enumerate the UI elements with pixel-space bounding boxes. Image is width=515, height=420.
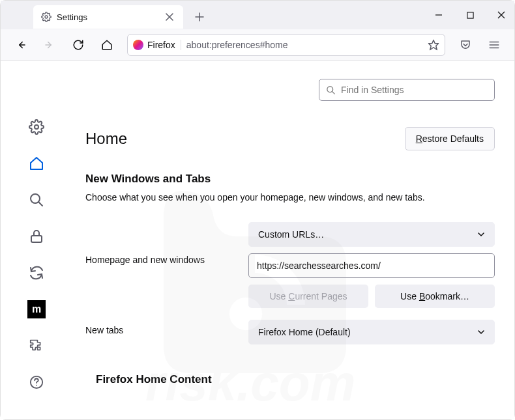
gear-icon <box>29 119 44 135</box>
pocket-button[interactable] <box>457 36 474 53</box>
url-scheme-label: Firefox <box>147 40 175 50</box>
sidebar-item-search[interactable] <box>27 191 46 209</box>
maximize-icon <box>467 12 474 19</box>
home-icon <box>101 39 113 51</box>
home-button[interactable] <box>98 36 115 53</box>
restore-text: estore Defaults <box>422 133 484 144</box>
section-description: Choose what you see when you open your h… <box>85 192 495 203</box>
dropdown-value: Firefox Home (Default) <box>258 327 351 337</box>
chevron-down-icon <box>477 231 485 238</box>
firefox-icon <box>133 40 143 50</box>
tab-title: Settings <box>57 12 87 22</box>
search-icon <box>29 192 44 208</box>
svg-rect-13 <box>31 236 42 242</box>
back-button[interactable] <box>12 36 29 53</box>
search-icon <box>326 85 336 95</box>
sidebar-item-mozilla[interactable]: m <box>27 300 46 318</box>
minimize-icon <box>435 11 443 19</box>
svg-line-12 <box>38 202 42 206</box>
section-heading-windows-tabs: New Windows and Tabs <box>85 173 495 186</box>
new-tabs-dropdown[interactable]: Firefox Home (Default) <box>248 320 495 344</box>
sidebar-item-sync[interactable] <box>27 264 46 282</box>
find-in-settings-input[interactable]: Find in Settings <box>319 79 495 101</box>
hamburger-menu-button[interactable] <box>486 36 503 53</box>
homepage-mode-dropdown[interactable]: Custom URLs… <box>248 222 495 247</box>
back-icon <box>15 39 27 51</box>
forward-button[interactable] <box>41 36 58 53</box>
hamburger-icon <box>488 39 500 51</box>
svg-marker-4 <box>429 40 439 49</box>
tab-settings[interactable]: Settings <box>33 5 183 29</box>
svg-line-17 <box>332 91 334 94</box>
home-icon <box>29 156 44 171</box>
address-bar[interactable]: Firefox about:preferences#home <box>127 34 445 56</box>
minimize-button[interactable] <box>432 8 445 21</box>
page-title: Home <box>85 130 127 148</box>
new-tabs-label: New tabs <box>85 320 248 335</box>
find-placeholder: Find in Settings <box>341 85 404 95</box>
toolbar: Firefox about:preferences#home <box>1 29 514 61</box>
homepage-label: Homepage and new windows <box>85 222 248 265</box>
reload-icon <box>72 39 84 51</box>
sync-icon <box>29 265 44 281</box>
svg-rect-1 <box>467 12 473 18</box>
star-icon[interactable] <box>428 39 439 51</box>
plus-icon <box>195 12 204 21</box>
maximize-button[interactable] <box>464 8 477 21</box>
section-heading-firefox-home-content: Firefox Home Content <box>96 373 495 386</box>
new-tab-button[interactable] <box>190 7 209 27</box>
close-icon <box>497 11 505 19</box>
sidebar-item-privacy[interactable] <box>27 227 46 245</box>
url-scheme-badge: Firefox <box>133 40 181 50</box>
close-icon <box>166 13 173 21</box>
sidebar-item-home[interactable] <box>27 154 46 173</box>
mozilla-icon: m <box>32 303 41 315</box>
sidebar-item-extensions[interactable] <box>27 337 46 355</box>
use-bookmark-button[interactable]: Use Bookmark… <box>375 285 495 308</box>
svg-point-10 <box>35 125 38 129</box>
url-text: about:preferences#home <box>186 40 288 50</box>
pocket-icon <box>460 39 471 51</box>
svg-point-0 <box>45 16 48 18</box>
restore-defaults-button[interactable]: Restore Defaults <box>405 127 495 150</box>
dropdown-value: Custom URLs… <box>258 229 324 240</box>
help-icon <box>29 375 44 389</box>
tab-strip: Settings <box>1 1 514 29</box>
close-window-button[interactable] <box>495 8 508 21</box>
forward-icon <box>44 39 55 51</box>
lock-icon <box>29 229 44 244</box>
use-current-pages-button[interactable]: Use Current Pages <box>248 285 368 308</box>
extension-icon <box>29 339 44 353</box>
sidebar: m <box>1 61 72 419</box>
homepage-url-input[interactable] <box>248 253 495 278</box>
gear-icon <box>41 12 52 22</box>
main-content: Find in Settings Home Restore Defaults N… <box>72 61 514 419</box>
sidebar-item-general[interactable] <box>27 118 46 136</box>
reload-button[interactable] <box>70 36 87 53</box>
close-tab-button[interactable] <box>164 11 175 23</box>
chevron-down-icon <box>477 328 485 336</box>
sidebar-item-help[interactable] <box>27 373 46 391</box>
